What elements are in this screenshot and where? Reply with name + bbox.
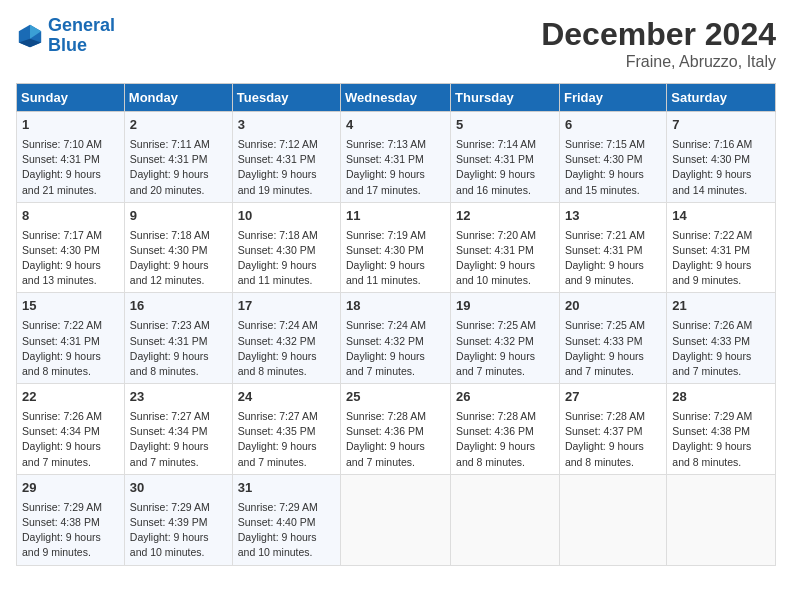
logo-line2: Blue bbox=[48, 35, 87, 55]
sunrise-text: Sunrise: 7:20 AM bbox=[456, 228, 554, 243]
daylight-text: Daylight: 9 hours and 7 minutes. bbox=[456, 349, 554, 379]
sunrise-text: Sunrise: 7:19 AM bbox=[346, 228, 445, 243]
sunrise-text: Sunrise: 7:24 AM bbox=[238, 318, 335, 333]
daylight-text: Daylight: 9 hours and 14 minutes. bbox=[672, 167, 770, 197]
sunset-text: Sunset: 4:30 PM bbox=[130, 243, 227, 258]
daylight-text: Daylight: 9 hours and 7 minutes. bbox=[672, 349, 770, 379]
sunset-text: Sunset: 4:32 PM bbox=[238, 334, 335, 349]
calendar-cell: 5Sunrise: 7:14 AMSunset: 4:31 PMDaylight… bbox=[451, 112, 560, 203]
sunrise-text: Sunrise: 7:28 AM bbox=[346, 409, 445, 424]
calendar-cell: 1Sunrise: 7:10 AMSunset: 4:31 PMDaylight… bbox=[17, 112, 125, 203]
day-number: 13 bbox=[565, 207, 661, 226]
calendar-table: SundayMondayTuesdayWednesdayThursdayFrid… bbox=[16, 83, 776, 566]
day-number: 20 bbox=[565, 297, 661, 316]
day-number: 24 bbox=[238, 388, 335, 407]
sunrise-text: Sunrise: 7:22 AM bbox=[22, 318, 119, 333]
sunset-text: Sunset: 4:30 PM bbox=[565, 152, 661, 167]
daylight-text: Daylight: 9 hours and 15 minutes. bbox=[565, 167, 661, 197]
page-header: General Blue December 2024 Fraine, Abruz… bbox=[16, 16, 776, 71]
sunrise-text: Sunrise: 7:28 AM bbox=[456, 409, 554, 424]
sunset-text: Sunset: 4:31 PM bbox=[130, 152, 227, 167]
daylight-text: Daylight: 9 hours and 7 minutes. bbox=[565, 349, 661, 379]
daylight-text: Daylight: 9 hours and 13 minutes. bbox=[22, 258, 119, 288]
calendar-cell bbox=[451, 474, 560, 565]
sunrise-text: Sunrise: 7:25 AM bbox=[456, 318, 554, 333]
calendar-cell: 14Sunrise: 7:22 AMSunset: 4:31 PMDayligh… bbox=[667, 202, 776, 293]
sunrise-text: Sunrise: 7:29 AM bbox=[22, 500, 119, 515]
sunset-text: Sunset: 4:30 PM bbox=[22, 243, 119, 258]
calendar-cell: 24Sunrise: 7:27 AMSunset: 4:35 PMDayligh… bbox=[232, 384, 340, 475]
sunrise-text: Sunrise: 7:25 AM bbox=[565, 318, 661, 333]
header-thursday: Thursday bbox=[451, 84, 560, 112]
calendar-cell: 2Sunrise: 7:11 AMSunset: 4:31 PMDaylight… bbox=[124, 112, 232, 203]
calendar-cell: 22Sunrise: 7:26 AMSunset: 4:34 PMDayligh… bbox=[17, 384, 125, 475]
calendar-cell: 11Sunrise: 7:19 AMSunset: 4:30 PMDayligh… bbox=[341, 202, 451, 293]
daylight-text: Daylight: 9 hours and 7 minutes. bbox=[346, 439, 445, 469]
day-number: 28 bbox=[672, 388, 770, 407]
header-tuesday: Tuesday bbox=[232, 84, 340, 112]
calendar-cell: 31Sunrise: 7:29 AMSunset: 4:40 PMDayligh… bbox=[232, 474, 340, 565]
day-number: 27 bbox=[565, 388, 661, 407]
location: Fraine, Abruzzo, Italy bbox=[541, 53, 776, 71]
day-number: 22 bbox=[22, 388, 119, 407]
calendar-cell bbox=[559, 474, 666, 565]
daylight-text: Daylight: 9 hours and 8 minutes. bbox=[672, 439, 770, 469]
calendar-cell: 29Sunrise: 7:29 AMSunset: 4:38 PMDayligh… bbox=[17, 474, 125, 565]
calendar-header-row: SundayMondayTuesdayWednesdayThursdayFrid… bbox=[17, 84, 776, 112]
sunrise-text: Sunrise: 7:17 AM bbox=[22, 228, 119, 243]
daylight-text: Daylight: 9 hours and 11 minutes. bbox=[346, 258, 445, 288]
daylight-text: Daylight: 9 hours and 9 minutes. bbox=[565, 258, 661, 288]
sunrise-text: Sunrise: 7:24 AM bbox=[346, 318, 445, 333]
day-number: 30 bbox=[130, 479, 227, 498]
calendar-cell: 15Sunrise: 7:22 AMSunset: 4:31 PMDayligh… bbox=[17, 293, 125, 384]
daylight-text: Daylight: 9 hours and 16 minutes. bbox=[456, 167, 554, 197]
sunrise-text: Sunrise: 7:27 AM bbox=[238, 409, 335, 424]
daylight-text: Daylight: 9 hours and 7 minutes. bbox=[346, 349, 445, 379]
sunrise-text: Sunrise: 7:14 AM bbox=[456, 137, 554, 152]
day-number: 16 bbox=[130, 297, 227, 316]
sunset-text: Sunset: 4:37 PM bbox=[565, 424, 661, 439]
day-number: 23 bbox=[130, 388, 227, 407]
month-title: December 2024 bbox=[541, 16, 776, 53]
sunset-text: Sunset: 4:34 PM bbox=[22, 424, 119, 439]
day-number: 5 bbox=[456, 116, 554, 135]
daylight-text: Daylight: 9 hours and 20 minutes. bbox=[130, 167, 227, 197]
day-number: 10 bbox=[238, 207, 335, 226]
day-number: 31 bbox=[238, 479, 335, 498]
day-number: 26 bbox=[456, 388, 554, 407]
sunset-text: Sunset: 4:31 PM bbox=[456, 243, 554, 258]
sunset-text: Sunset: 4:35 PM bbox=[238, 424, 335, 439]
daylight-text: Daylight: 9 hours and 10 minutes. bbox=[130, 530, 227, 560]
week-row-1: 1Sunrise: 7:10 AMSunset: 4:31 PMDaylight… bbox=[17, 112, 776, 203]
sunset-text: Sunset: 4:31 PM bbox=[565, 243, 661, 258]
day-number: 6 bbox=[565, 116, 661, 135]
logo-icon bbox=[16, 22, 44, 50]
daylight-text: Daylight: 9 hours and 17 minutes. bbox=[346, 167, 445, 197]
daylight-text: Daylight: 9 hours and 19 minutes. bbox=[238, 167, 335, 197]
sunset-text: Sunset: 4:30 PM bbox=[238, 243, 335, 258]
sunset-text: Sunset: 4:31 PM bbox=[346, 152, 445, 167]
sunset-text: Sunset: 4:32 PM bbox=[346, 334, 445, 349]
daylight-text: Daylight: 9 hours and 8 minutes. bbox=[130, 349, 227, 379]
calendar-cell: 16Sunrise: 7:23 AMSunset: 4:31 PMDayligh… bbox=[124, 293, 232, 384]
week-row-3: 15Sunrise: 7:22 AMSunset: 4:31 PMDayligh… bbox=[17, 293, 776, 384]
header-wednesday: Wednesday bbox=[341, 84, 451, 112]
calendar-cell: 6Sunrise: 7:15 AMSunset: 4:30 PMDaylight… bbox=[559, 112, 666, 203]
calendar-cell: 28Sunrise: 7:29 AMSunset: 4:38 PMDayligh… bbox=[667, 384, 776, 475]
sunrise-text: Sunrise: 7:16 AM bbox=[672, 137, 770, 152]
day-number: 14 bbox=[672, 207, 770, 226]
daylight-text: Daylight: 9 hours and 7 minutes. bbox=[130, 439, 227, 469]
calendar-cell: 8Sunrise: 7:17 AMSunset: 4:30 PMDaylight… bbox=[17, 202, 125, 293]
sunset-text: Sunset: 4:36 PM bbox=[456, 424, 554, 439]
daylight-text: Daylight: 9 hours and 21 minutes. bbox=[22, 167, 119, 197]
calendar-cell: 10Sunrise: 7:18 AMSunset: 4:30 PMDayligh… bbox=[232, 202, 340, 293]
calendar-cell: 27Sunrise: 7:28 AMSunset: 4:37 PMDayligh… bbox=[559, 384, 666, 475]
calendar-cell: 18Sunrise: 7:24 AMSunset: 4:32 PMDayligh… bbox=[341, 293, 451, 384]
calendar-cell: 21Sunrise: 7:26 AMSunset: 4:33 PMDayligh… bbox=[667, 293, 776, 384]
sunrise-text: Sunrise: 7:22 AM bbox=[672, 228, 770, 243]
day-number: 4 bbox=[346, 116, 445, 135]
calendar-cell: 4Sunrise: 7:13 AMSunset: 4:31 PMDaylight… bbox=[341, 112, 451, 203]
daylight-text: Daylight: 9 hours and 12 minutes. bbox=[130, 258, 227, 288]
sunrise-text: Sunrise: 7:27 AM bbox=[130, 409, 227, 424]
logo-text: General Blue bbox=[48, 16, 115, 56]
